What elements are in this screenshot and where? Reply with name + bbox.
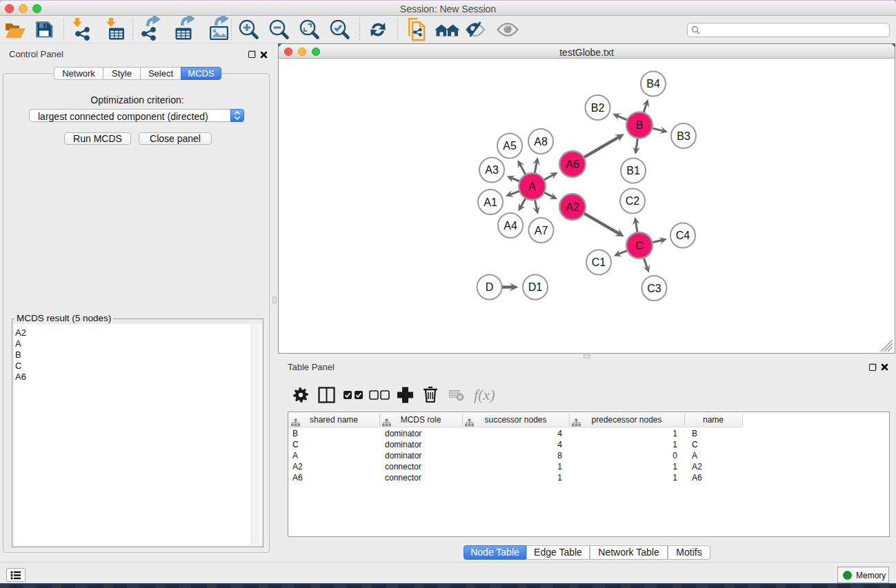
svg-text:A7: A7 <box>535 225 548 236</box>
svg-text:f(x): f(x) <box>474 386 495 403</box>
svg-text:D: D <box>486 281 494 293</box>
svg-text:A6: A6 <box>566 159 579 170</box>
svg-text:C2: C2 <box>626 195 640 207</box>
svg-text:C4: C4 <box>676 230 690 241</box>
svg-text:B2: B2 <box>591 102 605 114</box>
svg-text:C1: C1 <box>592 256 606 268</box>
svg-text:B4: B4 <box>646 78 660 90</box>
svg-text:D1: D1 <box>528 281 543 293</box>
svg-text:A4: A4 <box>504 220 517 232</box>
svg-text:B1: B1 <box>626 165 640 176</box>
svg-text:A8: A8 <box>534 136 548 148</box>
svg-text:A2: A2 <box>566 201 579 213</box>
svg-text:C3: C3 <box>647 283 661 294</box>
svg-text:A: A <box>528 181 536 192</box>
svg-text:A5: A5 <box>503 140 517 152</box>
svg-text:B: B <box>636 119 644 131</box>
svg-text:B3: B3 <box>677 130 690 142</box>
svg-text:A1: A1 <box>484 196 497 208</box>
svg-text:A3: A3 <box>485 164 499 176</box>
svg-text:C: C <box>635 240 644 252</box>
